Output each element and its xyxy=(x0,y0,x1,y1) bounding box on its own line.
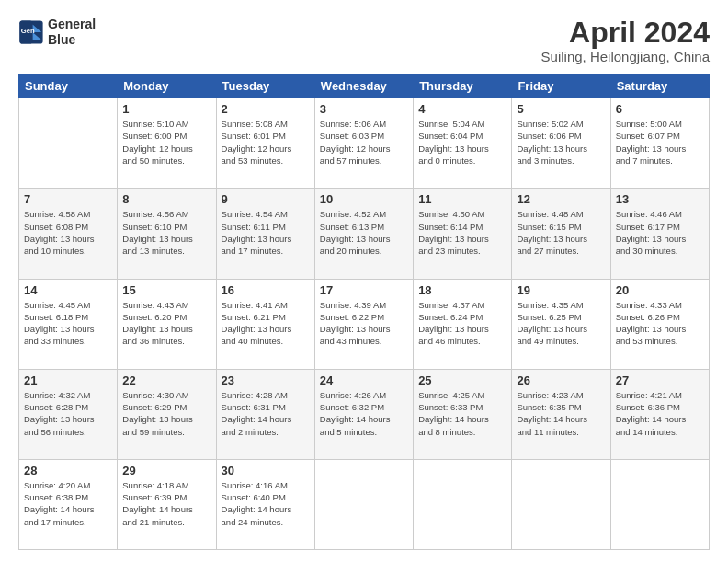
calendar-week-row: 14Sunrise: 4:45 AM Sunset: 6:18 PM Dayli… xyxy=(19,279,710,369)
day-number: 29 xyxy=(122,464,210,477)
day-number: 23 xyxy=(222,373,310,387)
calendar-cell: 2Sunrise: 5:08 AM Sunset: 6:01 PM Daylig… xyxy=(216,98,314,189)
calendar-cell: 4Sunrise: 5:04 AM Sunset: 6:04 PM Daylig… xyxy=(414,98,512,189)
day-number: 2 xyxy=(222,102,310,116)
day-info: Sunrise: 4:58 AM Sunset: 6:08 PM Dayligh… xyxy=(24,208,112,257)
main-title: April 2024 xyxy=(541,17,710,49)
day-info: Sunrise: 4:18 AM Sunset: 6:39 PM Dayligh… xyxy=(122,479,210,528)
day-number: 3 xyxy=(320,102,408,116)
day-number: 7 xyxy=(24,192,112,206)
calendar-cell: 13Sunrise: 4:46 AM Sunset: 6:17 PM Dayli… xyxy=(610,189,709,279)
day-info: Sunrise: 4:33 AM Sunset: 6:26 PM Dayligh… xyxy=(616,299,704,348)
svg-text:Gen: Gen xyxy=(21,27,35,35)
calendar-cell: 27Sunrise: 4:21 AM Sunset: 6:36 PM Dayli… xyxy=(610,369,709,459)
day-number: 16 xyxy=(222,283,310,297)
logo-line2: Blue xyxy=(48,32,96,48)
calendar-cell: 15Sunrise: 4:43 AM Sunset: 6:20 PM Dayli… xyxy=(118,279,216,369)
day-number: 28 xyxy=(24,464,112,477)
calendar-cell: 1Sunrise: 5:10 AM Sunset: 6:00 PM Daylig… xyxy=(118,98,216,189)
calendar-week-row: 7Sunrise: 4:58 AM Sunset: 6:08 PM Daylig… xyxy=(19,189,710,279)
calendar-cell xyxy=(314,459,413,549)
day-info: Sunrise: 4:46 AM Sunset: 6:17 PM Dayligh… xyxy=(616,208,704,257)
day-number: 18 xyxy=(418,283,506,297)
subtitle: Suiling, Heilongjiang, China xyxy=(541,49,710,64)
day-info: Sunrise: 5:08 AM Sunset: 6:01 PM Dayligh… xyxy=(222,118,310,167)
day-number: 20 xyxy=(616,283,704,297)
day-number: 11 xyxy=(418,192,506,206)
day-number: 8 xyxy=(122,192,210,206)
day-info: Sunrise: 4:52 AM Sunset: 6:13 PM Dayligh… xyxy=(320,208,408,257)
logo-icon: Gen xyxy=(18,19,44,45)
calendar-cell: 9Sunrise: 4:54 AM Sunset: 6:11 PM Daylig… xyxy=(216,189,314,279)
calendar-cell: 29Sunrise: 4:18 AM Sunset: 6:39 PM Dayli… xyxy=(118,459,216,549)
day-info: Sunrise: 4:43 AM Sunset: 6:20 PM Dayligh… xyxy=(122,299,210,348)
calendar-day-header: Thursday xyxy=(414,75,512,98)
day-info: Sunrise: 4:32 AM Sunset: 6:28 PM Dayligh… xyxy=(24,389,112,438)
day-info: Sunrise: 4:28 AM Sunset: 6:31 PM Dayligh… xyxy=(222,389,310,438)
day-number: 27 xyxy=(616,373,704,387)
day-info: Sunrise: 5:02 AM Sunset: 6:06 PM Dayligh… xyxy=(517,118,605,167)
day-info: Sunrise: 4:56 AM Sunset: 6:10 PM Dayligh… xyxy=(122,208,210,257)
calendar-day-header: Monday xyxy=(118,75,216,98)
day-info: Sunrise: 4:41 AM Sunset: 6:21 PM Dayligh… xyxy=(222,299,310,348)
day-number: 26 xyxy=(517,373,605,387)
calendar-cell: 17Sunrise: 4:39 AM Sunset: 6:22 PM Dayli… xyxy=(314,279,413,369)
day-number: 9 xyxy=(222,192,310,206)
calendar-day-header: Sunday xyxy=(19,75,118,98)
day-info: Sunrise: 4:37 AM Sunset: 6:24 PM Dayligh… xyxy=(418,299,506,348)
day-info: Sunrise: 5:06 AM Sunset: 6:03 PM Dayligh… xyxy=(320,118,408,167)
title-block: April 2024 Suiling, Heilongjiang, China xyxy=(541,17,710,64)
calendar-cell: 12Sunrise: 4:48 AM Sunset: 6:15 PM Dayli… xyxy=(512,189,610,279)
calendar-week-row: 21Sunrise: 4:32 AM Sunset: 6:28 PM Dayli… xyxy=(19,369,710,459)
calendar-cell: 23Sunrise: 4:28 AM Sunset: 6:31 PM Dayli… xyxy=(216,369,314,459)
day-number: 14 xyxy=(24,283,112,297)
day-info: Sunrise: 4:21 AM Sunset: 6:36 PM Dayligh… xyxy=(616,389,704,438)
day-info: Sunrise: 4:50 AM Sunset: 6:14 PM Dayligh… xyxy=(418,208,506,257)
calendar-cell: 20Sunrise: 4:33 AM Sunset: 6:26 PM Dayli… xyxy=(610,279,709,369)
calendar-cell: 16Sunrise: 4:41 AM Sunset: 6:21 PM Dayli… xyxy=(216,279,314,369)
calendar-cell: 30Sunrise: 4:16 AM Sunset: 6:40 PM Dayli… xyxy=(216,459,314,549)
calendar-day-header: Tuesday xyxy=(216,75,314,98)
calendar-cell xyxy=(610,459,709,549)
logo: Gen General Blue xyxy=(18,17,96,48)
calendar-cell: 8Sunrise: 4:56 AM Sunset: 6:10 PM Daylig… xyxy=(118,189,216,279)
calendar-day-header: Saturday xyxy=(610,75,709,98)
day-number: 12 xyxy=(517,192,605,206)
day-number: 19 xyxy=(517,283,605,297)
logo-text: General Blue xyxy=(48,17,96,48)
calendar-cell xyxy=(19,98,118,189)
day-info: Sunrise: 4:20 AM Sunset: 6:38 PM Dayligh… xyxy=(24,479,112,528)
calendar-cell: 18Sunrise: 4:37 AM Sunset: 6:24 PM Dayli… xyxy=(414,279,512,369)
day-number: 10 xyxy=(320,192,408,206)
calendar-cell: 7Sunrise: 4:58 AM Sunset: 6:08 PM Daylig… xyxy=(19,189,118,279)
day-number: 1 xyxy=(122,102,210,116)
calendar-table: SundayMondayTuesdayWednesdayThursdayFrid… xyxy=(18,74,710,550)
calendar-cell: 5Sunrise: 5:02 AM Sunset: 6:06 PM Daylig… xyxy=(512,98,610,189)
calendar-cell: 19Sunrise: 4:35 AM Sunset: 6:25 PM Dayli… xyxy=(512,279,610,369)
calendar-cell: 25Sunrise: 4:25 AM Sunset: 6:33 PM Dayli… xyxy=(414,369,512,459)
day-number: 5 xyxy=(517,102,605,116)
calendar-cell: 3Sunrise: 5:06 AM Sunset: 6:03 PM Daylig… xyxy=(314,98,413,189)
day-number: 15 xyxy=(122,283,210,297)
calendar-cell: 10Sunrise: 4:52 AM Sunset: 6:13 PM Dayli… xyxy=(314,189,413,279)
calendar-week-row: 1Sunrise: 5:10 AM Sunset: 6:00 PM Daylig… xyxy=(19,98,710,189)
day-info: Sunrise: 4:35 AM Sunset: 6:25 PM Dayligh… xyxy=(517,299,605,348)
day-info: Sunrise: 4:26 AM Sunset: 6:32 PM Dayligh… xyxy=(320,389,408,438)
day-number: 4 xyxy=(418,102,506,116)
day-info: Sunrise: 5:10 AM Sunset: 6:00 PM Dayligh… xyxy=(122,118,210,167)
day-number: 13 xyxy=(616,192,704,206)
day-number: 24 xyxy=(320,373,408,387)
day-number: 6 xyxy=(616,102,704,116)
calendar-cell: 26Sunrise: 4:23 AM Sunset: 6:35 PM Dayli… xyxy=(512,369,610,459)
day-info: Sunrise: 4:23 AM Sunset: 6:35 PM Dayligh… xyxy=(517,389,605,438)
calendar-day-header: Wednesday xyxy=(314,75,413,98)
calendar-week-row: 28Sunrise: 4:20 AM Sunset: 6:38 PM Dayli… xyxy=(19,459,710,549)
calendar-cell: 14Sunrise: 4:45 AM Sunset: 6:18 PM Dayli… xyxy=(19,279,118,369)
calendar-cell: 24Sunrise: 4:26 AM Sunset: 6:32 PM Dayli… xyxy=(314,369,413,459)
day-info: Sunrise: 4:48 AM Sunset: 6:15 PM Dayligh… xyxy=(517,208,605,257)
day-info: Sunrise: 4:30 AM Sunset: 6:29 PM Dayligh… xyxy=(122,389,210,438)
day-number: 21 xyxy=(24,373,112,387)
day-info: Sunrise: 4:16 AM Sunset: 6:40 PM Dayligh… xyxy=(222,479,310,528)
day-info: Sunrise: 5:00 AM Sunset: 6:07 PM Dayligh… xyxy=(616,118,704,167)
calendar-cell: 11Sunrise: 4:50 AM Sunset: 6:14 PM Dayli… xyxy=(414,189,512,279)
